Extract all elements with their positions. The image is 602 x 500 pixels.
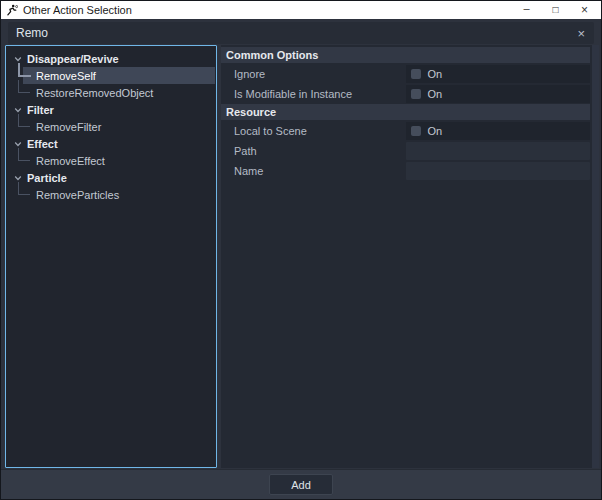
tree-item-label: RemoveSelf	[36, 70, 96, 82]
checkbox-is-modifiable[interactable]	[411, 89, 421, 99]
tree-item-label: RestoreRemovedObject	[36, 87, 153, 99]
tree-item-label: RemoveEffect	[36, 155, 105, 167]
checkbox-label: On	[428, 125, 443, 137]
section-header-label: Common Options	[226, 49, 318, 61]
checkbox-ignore[interactable]	[411, 69, 421, 79]
titlebar[interactable]: Other Action Selection – □ ×	[1, 1, 601, 19]
search-input[interactable]	[16, 26, 576, 40]
close-button[interactable]: ×	[570, 1, 599, 19]
property-row-path: Path	[221, 141, 590, 161]
chevron-down-icon	[14, 174, 22, 182]
tree-category-disappear-revive[interactable]: Disappear/Revive	[6, 50, 216, 67]
checkbox-local-to-scene[interactable]	[411, 126, 421, 136]
property-row-ignore: Ignore On	[221, 64, 590, 84]
tree-item-removeeffect[interactable]: RemoveEffect	[23, 152, 216, 169]
property-row-name: Name	[221, 161, 590, 181]
search-field[interactable]: ×	[8, 22, 594, 44]
property-control: On	[406, 122, 591, 140]
dialog-body: × Disappear/Revive RemoveSelf RestoreRem…	[1, 19, 601, 499]
action-tree-panel: Disappear/Revive RemoveSelf RestoreRemov…	[5, 45, 217, 468]
property-row-is-modifiable: Is Modifiable in Instance On	[221, 84, 590, 104]
property-control	[406, 142, 591, 160]
tree-category-label: Disappear/Revive	[27, 53, 119, 65]
name-field[interactable]	[411, 162, 591, 180]
chevron-down-icon	[14, 106, 22, 114]
options-inspector: Common Options Ignore On Is Modifiable i…	[221, 45, 599, 468]
tree-item-removeself[interactable]: RemoveSelf	[23, 67, 215, 84]
minimize-button[interactable]: –	[512, 1, 541, 19]
footer-bar: Add	[1, 469, 601, 499]
tree-item-removeparticles[interactable]: RemoveParticles	[23, 186, 216, 203]
property-label: Name	[221, 161, 406, 181]
inspector-scrollbar[interactable]	[592, 45, 599, 468]
property-control	[406, 162, 591, 180]
property-label: Is Modifiable in Instance	[221, 84, 406, 104]
chevron-down-icon	[14, 140, 22, 148]
property-label: Ignore	[221, 64, 406, 84]
tree-item-label: RemoveParticles	[36, 189, 119, 201]
search-clear-icon[interactable]: ×	[576, 27, 586, 40]
close-icon: ×	[581, 3, 588, 17]
property-control: On	[406, 65, 591, 83]
maximize-button[interactable]: □	[541, 1, 570, 19]
add-button[interactable]: Add	[269, 474, 333, 495]
property-row-local-to-scene: Local to Scene On	[221, 121, 590, 141]
section-header-common-options[interactable]: Common Options	[221, 47, 590, 63]
dialog-window: Other Action Selection – □ × × Disappear…	[0, 0, 602, 500]
property-label: Local to Scene	[221, 121, 406, 141]
property-label: Path	[221, 141, 406, 161]
app-run-icon	[6, 4, 19, 17]
tree-category-label: Particle	[27, 172, 67, 184]
tree-category-effect[interactable]: Effect	[6, 135, 216, 152]
search-bar: ×	[1, 19, 601, 45]
checkbox-label: On	[428, 68, 443, 80]
minimize-icon: –	[523, 2, 529, 14]
path-field[interactable]	[411, 142, 591, 160]
window-title: Other Action Selection	[23, 1, 132, 19]
tree-category-label: Effect	[27, 138, 58, 150]
tree-item-label: RemoveFilter	[36, 121, 101, 133]
chevron-down-icon	[14, 55, 22, 63]
tree-category-particle[interactable]: Particle	[6, 169, 216, 186]
checkbox-label: On	[428, 88, 443, 100]
section-header-label: Resource	[226, 106, 276, 118]
tree-category-filter[interactable]: Filter	[6, 101, 216, 118]
tree-category-label: Filter	[27, 104, 54, 116]
inspector-rows: Common Options Ignore On Is Modifiable i…	[221, 47, 590, 181]
property-control: On	[406, 85, 591, 103]
content: Disappear/Revive RemoveSelf RestoreRemov…	[1, 45, 601, 469]
section-header-resource[interactable]: Resource	[221, 104, 590, 120]
maximize-icon: □	[552, 4, 558, 15]
tree-item-removefilter[interactable]: RemoveFilter	[23, 118, 216, 135]
tree-item-restoreremovedobject[interactable]: RestoreRemovedObject	[23, 84, 216, 101]
